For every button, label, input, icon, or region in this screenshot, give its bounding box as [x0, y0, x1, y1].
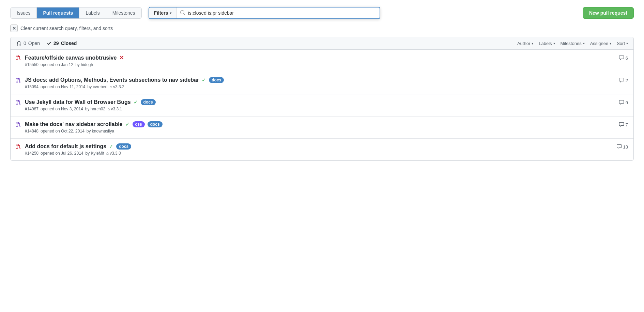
filter-labels-chevron-icon: ▾	[553, 42, 555, 45]
clear-filter-label: Clear current search query, filters, and…	[20, 26, 113, 31]
filter-assignee[interactable]: Assignee ▾	[590, 41, 611, 46]
pr-icon	[16, 144, 21, 151]
pr-meta: #15550 opened on Jan 12 by hidegh	[25, 62, 613, 67]
pr-meta: #14250 opened on Jul 26, 2014 by KyleMit…	[25, 151, 611, 156]
milestone-icon: ⌂	[106, 151, 109, 156]
filters-chevron-icon: ▾	[170, 11, 171, 15]
filter-assignee-chevron-icon: ▾	[610, 42, 611, 45]
check-icon: ✓	[109, 143, 113, 150]
pr-comments[interactable]: 7	[613, 122, 628, 127]
pr-comments[interactable]: 2	[613, 78, 628, 83]
filter-labels-label: Labels	[539, 41, 552, 46]
pr-meta: #14987 opened on Nov 3, 2014 by hnrch02 …	[25, 107, 613, 111]
issues-header: 0 Open 29 Closed Author ▾ Labels	[11, 37, 633, 50]
filter-author[interactable]: Author ▾	[517, 41, 533, 46]
pr-opened: opened on Jan 12	[41, 62, 73, 67]
filter-author-chevron-icon: ▾	[532, 42, 533, 45]
label-badge-css: css	[133, 121, 145, 127]
label-badge-docs: docs	[141, 99, 156, 105]
milestone-ref: ⌂ v3.3.0	[106, 151, 121, 156]
table-row: Add docs for default js settings ✓ docs …	[11, 139, 633, 160]
pr-title[interactable]: Add docs for default js settings	[25, 143, 106, 150]
issues-counts: 0 Open 29 Closed	[16, 41, 517, 46]
pr-opened: opened on Nov 11, 2014	[41, 84, 85, 89]
pr-author[interactable]: by hidegh	[75, 62, 93, 67]
comment-icon	[619, 100, 624, 105]
tab-group: Issues Pull requests Labels Milestones	[10, 7, 142, 19]
pr-comments[interactable]: 9	[613, 100, 628, 105]
tab-issues[interactable]: Issues	[11, 7, 37, 18]
pr-number: #14848	[25, 129, 39, 134]
milestone-icon: ⌂	[107, 107, 110, 111]
check-icon: ✓	[125, 121, 130, 127]
pr-comments[interactable]: 6	[613, 55, 628, 61]
close-icon: ✕	[119, 54, 124, 61]
pr-number: #15550	[25, 62, 39, 67]
check-icon: ✓	[134, 99, 138, 105]
issues-filters: Author ▾ Labels ▾ Milestones ▾ Assignee …	[517, 41, 628, 46]
pr-title[interactable]: Use Jekyll data for Wall of Browser Bugs	[25, 99, 131, 105]
open-count[interactable]: 0 Open	[16, 41, 40, 46]
filter-milestones-label: Milestones	[561, 41, 582, 46]
filter-milestones-chevron-icon: ▾	[583, 42, 585, 45]
pr-main: Use Jekyll data for Wall of Browser Bugs…	[25, 99, 613, 111]
pr-icon	[16, 78, 21, 84]
filter-sort-label: Sort	[617, 41, 625, 46]
search-area: Filters ▾	[149, 7, 380, 19]
search-input[interactable]	[188, 10, 376, 16]
issues-container: 0 Open 29 Closed Author ▾ Labels	[10, 37, 634, 161]
pr-number: #14250	[25, 151, 39, 156]
comment-count: 9	[626, 100, 628, 105]
pr-number: #14987	[25, 107, 39, 111]
label-badge-docs: docs	[209, 77, 224, 83]
pr-main: Add docs for default js settings ✓ docs …	[25, 143, 611, 156]
label-badge-docs: docs	[116, 143, 131, 150]
tab-labels[interactable]: Labels	[79, 7, 106, 18]
pr-comments[interactable]: 13	[611, 144, 628, 150]
pr-author[interactable]: by knownasilya	[87, 129, 114, 134]
table-row: JS docs: add Options, Methods, Events su…	[11, 72, 633, 94]
new-pull-request-button[interactable]: New pull request	[583, 7, 634, 19]
comment-count: 7	[626, 122, 628, 127]
pr-icon	[16, 55, 21, 62]
tab-pull-requests[interactable]: Pull requests	[37, 7, 79, 18]
table-row: Make the docs' nav sidebar scrollable ✓ …	[11, 116, 633, 139]
closed-count-label: Closed	[61, 41, 77, 46]
pr-main: Make the docs' nav sidebar scrollable ✓ …	[25, 121, 613, 134]
filters-button[interactable]: Filters ▾	[149, 7, 177, 18]
comment-icon	[619, 122, 624, 127]
comment-count: 2	[626, 78, 628, 83]
milestone-ref: ⌂ v3.3.1	[107, 107, 122, 111]
pr-main: JS docs: add Options, Methods, Events su…	[25, 77, 613, 89]
pr-open-icon	[16, 41, 21, 46]
pr-author[interactable]: by KyleMit	[86, 151, 104, 156]
comment-icon	[619, 78, 624, 83]
table-row: Feature/offside canvas unobtrusive ✕ #15…	[11, 50, 633, 72]
pr-meta: #15094 opened on Nov 11, 2014 by cvreber…	[25, 84, 613, 89]
clear-filter-button[interactable]: ✕	[10, 25, 18, 32]
filters-label: Filters	[154, 10, 168, 16]
filter-milestones[interactable]: Milestones ▾	[561, 41, 585, 46]
pr-title[interactable]: Feature/offside canvas unobtrusive	[25, 55, 117, 61]
comment-icon	[619, 55, 624, 61]
filter-labels[interactable]: Labels ▾	[539, 41, 555, 46]
pr-icon	[16, 122, 21, 128]
milestone-ref: ⌂ v3.3.2	[110, 84, 124, 89]
search-input-wrap	[177, 8, 380, 18]
pr-author[interactable]: by cvrebert	[88, 84, 108, 89]
pr-icon	[16, 100, 21, 106]
comment-count: 6	[626, 56, 628, 61]
pull-request-list: Feature/offside canvas unobtrusive ✕ #15…	[11, 50, 633, 160]
filter-sort[interactable]: Sort ▾	[617, 41, 628, 46]
tab-milestones[interactable]: Milestones	[106, 7, 141, 18]
milestone-icon: ⌂	[110, 84, 112, 89]
pr-number: #15094	[25, 84, 39, 89]
comment-count: 13	[623, 144, 628, 150]
filter-assignee-label: Assignee	[590, 41, 608, 46]
check-icon: ✓	[202, 77, 206, 83]
pr-title[interactable]: JS docs: add Options, Methods, Events su…	[25, 77, 199, 83]
clear-filter-bar: ✕ Clear current search query, filters, a…	[10, 25, 634, 32]
pr-author[interactable]: by hnrch02	[85, 107, 105, 111]
closed-count[interactable]: 29 Closed	[47, 41, 77, 46]
pr-title[interactable]: Make the docs' nav sidebar scrollable	[25, 121, 123, 127]
